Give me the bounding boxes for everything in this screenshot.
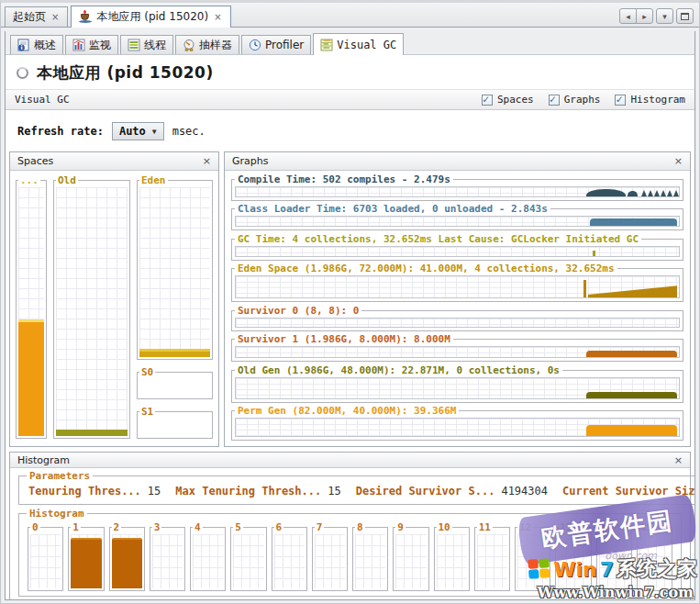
parameters-group: Parameters Tenuring Thres...15Max Tenuri… [18,470,695,505]
graph-strip [235,318,680,328]
close-icon[interactable]: × [203,156,211,166]
histogram-bin-grid [599,534,629,588]
histogram-bin: 6 [272,521,307,591]
tab-start-page[interactable]: 起始页 × [5,6,68,27]
space-eden-label: Eden [139,174,168,186]
graph-mound [628,191,638,196]
space-old: Old [53,174,130,439]
graph-row: Survivor 0 (8, 8): 0 [231,305,683,331]
space-s1-label: S1 [139,406,155,418]
visualgc-toolbar: Visual GC SpacesGraphsHistogram [6,89,694,110]
parameters-group-label: Parameters [27,470,93,482]
graph-row-label: Survivor 1 (1.986G, 8.000M): 8.000M [235,333,453,345]
histogram-group: Histogram 0123456789101112131415 [18,508,682,597]
tab-sampler[interactable]: 抽样器 [175,35,239,54]
tab-threads[interactable]: 线程 [120,35,173,54]
maximize-view-button[interactable] [676,8,694,24]
histogram-bin: 1 [68,521,104,591]
visualvm-window: 起始页 × 本地应用 (pid 15020) × ◂ ▸ ▾ i 概述 [0,0,700,604]
tab-profiler[interactable]: Profiler [241,35,311,54]
tab-monitor[interactable]: 监视 [65,35,118,54]
tab-visual-gc[interactable]: Visual GC [313,33,404,55]
histogram-bin-grid [395,534,426,588]
histogram-bin-label: 14 [599,521,615,533]
parameter-value: 15 [148,485,161,498]
histogram-bin: 11 [474,521,510,591]
checkbox-graphs[interactable]: Graphs [549,94,601,106]
graph-spike [673,190,679,196]
histogram-bin-grid [355,534,385,588]
document-tab-bar: 起始页 × 本地应用 (pid 15020) × ◂ ▸ ▾ [1,3,699,28]
histogram-bin-label: 10 [437,521,452,533]
histogram-bin: 9 [393,521,428,591]
threads-icon [128,39,140,51]
graphs-panel: Graphs × Compile Time: 502 compiles - 2.… [224,151,691,447]
histogram-group-label: Histogram [27,508,87,520]
close-icon[interactable]: × [674,455,683,465]
histogram-bin-grid [112,534,142,588]
tab-list-dropdown-button[interactable]: ▾ [656,8,673,24]
checkbox-spaces[interactable]: Spaces [482,94,534,106]
graph-strip [235,418,680,437]
histogram-bin-label: 8 [355,521,365,533]
histogram-bin: 5 [230,521,266,591]
application-status-icon [17,67,28,79]
tab-start-page-label: 起始页 [13,9,46,25]
checkbox-histogram[interactable]: Histogram [615,94,685,106]
space-perm-bar [18,319,44,436]
scroll-tabs-left-button[interactable]: ◂ [619,8,637,24]
histogram-bin-label: 7 [315,521,325,533]
graphs-panel-title: Graphs [232,155,268,167]
graph-tick [593,251,595,256]
eden-survivor-stack: Eden S0 S1 [137,174,213,439]
histogram-bin: 15 [637,521,672,591]
tab-visual-gc-label: Visual GC [337,39,396,51]
refresh-rate-select[interactable]: Auto ▼ [112,122,164,140]
application-header: 本地应用 (pid 15020) [6,55,694,89]
view-tab-bar: i 概述 监视 线程 抽样器 Profiler Visual GC [6,31,694,55]
parameter-label: Max Tenuring Thresh... [175,485,321,498]
histogram-bin-grid [71,534,101,588]
histogram-bin: 3 [150,521,185,591]
checkbox-label: Spaces [497,94,534,106]
overview-icon: i [17,39,30,51]
tab-overview[interactable]: i 概述 [10,35,63,54]
graph-wedge [588,276,678,297]
tab-local-application-label: 本地应用 (pid 15020) [96,9,208,25]
close-icon[interactable]: × [674,156,683,166]
histogram-bin-grid [152,534,183,588]
histogram-bin-label: 0 [30,521,40,533]
histogram-panel-header: Histogram × [10,453,690,468]
spaces-panel: Spaces × ... Old Eden [9,151,219,447]
graph-bar [586,425,678,437]
tab-monitor-label: 监视 [89,38,111,53]
histogram-bin: 10 [434,521,470,591]
close-tab-icon[interactable]: × [213,13,222,22]
svg-text:i: i [20,44,22,51]
histogram-bin-label: 9 [395,521,406,533]
graph-strip [235,346,680,358]
scroll-tabs-right-button[interactable]: ▸ [636,8,653,24]
graph-bar [586,392,678,398]
refresh-rate-label: Refresh rate: [17,125,104,138]
spaces-panel-title: Spaces [17,155,53,167]
histogram-bin-bar [71,538,101,588]
panels-row: Spaces × ... Old Eden [6,150,694,447]
histogram-bin-label: 13 [558,521,573,533]
tab-local-application[interactable]: 本地应用 (pid 15020) × [71,6,230,28]
space-eden-bar [139,349,210,357]
graph-row-label: Eden Space (1.986G, 72.000M): 41.000M, 4… [235,263,617,274]
visualgc-table-icon [320,39,333,51]
space-eden-grid [139,187,210,357]
histogram-bin: 0 [28,521,63,591]
graph-row: Compile Time: 502 compiles - 2.479s [231,173,683,201]
checkbox-icon [615,95,626,106]
histogram-bin-grid [274,534,305,588]
histogram-body: Parameters Tenuring Thres...15Max Tenuri… [10,468,690,600]
histogram-bin: 13 [555,521,591,591]
checkbox-label: Graphs [564,94,601,106]
close-tab-icon[interactable]: × [50,13,60,22]
histogram-bin-grid [517,534,548,588]
histogram-bin-label: 3 [152,521,162,533]
histogram-bin-label: 12 [517,521,533,533]
